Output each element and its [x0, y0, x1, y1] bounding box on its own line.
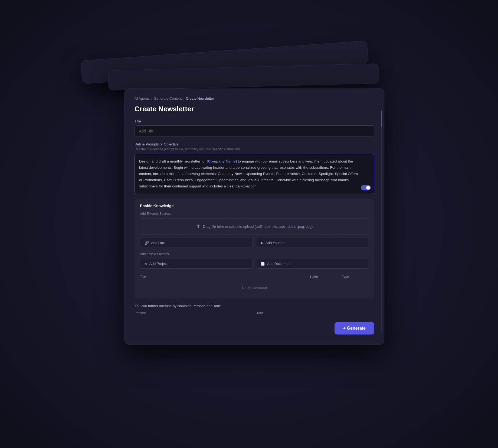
link-icon: 🔗 [145, 241, 149, 245]
page-title: Create Newsletter [135, 105, 374, 113]
table-col-type: Type [342, 275, 369, 278]
table-empty-message: No Media found [140, 281, 369, 294]
persona-tone-row: Persona Tone [135, 311, 374, 317]
breadcrumb-sep-2: / [183, 97, 184, 100]
table-col-status: Status [309, 275, 342, 278]
prompt-sub-label: Use the pre-defined prompt below, to mod… [135, 147, 374, 151]
tone-col-label: Tone [257, 311, 374, 315]
add-youtube-button[interactable]: ▶ Add Youtube [256, 238, 369, 248]
breadcrumb-item-current: Create Newsletter [186, 96, 214, 100]
prompt-text-prefix: Design and draft a monthly newsletter fo… [139, 159, 207, 163]
add-project-button[interactable]: ◈ Add Project [140, 259, 253, 269]
kroolo-source-buttons: ◈ Add Project 📄 Add Document [140, 259, 369, 269]
document-icon: 📄 [261, 262, 265, 266]
add-link-button[interactable]: 🔗 Add Link [140, 238, 253, 248]
table-col-title: Title [140, 275, 309, 278]
add-kroolo-label: Add Kroolo Sources [140, 252, 369, 256]
prompt-company-name: [Company Name] [207, 159, 237, 163]
title-input[interactable] [135, 125, 374, 137]
generate-button[interactable]: + Generate [335, 322, 374, 335]
prompt-display[interactable]: Design and draft a monthly newsletter fo… [135, 154, 374, 194]
prompt-section-label: Define Prompts or Objective [135, 142, 374, 146]
scroll-track [381, 111, 382, 333]
title-field-label: Title [135, 119, 374, 123]
external-source-buttons: 🔗 Add Link ▶ Add Youtube [140, 238, 369, 248]
prompt-text-suffix: to engage with our email subscribers and… [139, 159, 358, 188]
breadcrumb-item-agents[interactable]: AI Agents [135, 96, 150, 100]
finetune-label: You can further finetune by choosing Per… [135, 304, 374, 308]
add-youtube-label: Add Youtube [266, 241, 286, 245]
project-icon: ◈ [145, 262, 147, 266]
prompt-toggle[interactable] [361, 185, 371, 190]
main-card: AI Agents / Generate Content / Create Ne… [124, 89, 384, 345]
enable-knowledge-title: Enable Knowledge [140, 204, 369, 208]
persona-column: Persona [135, 311, 252, 317]
upload-area[interactable]: ⬆ Drag file here or select to upload (.p… [140, 218, 369, 235]
tone-column: Tone [257, 311, 374, 317]
add-document-label: Add Document [267, 262, 290, 266]
add-document-button[interactable]: 📄 Add Document [256, 259, 369, 269]
upload-text: Drag file here or select to upload (.pdf… [203, 225, 313, 229]
add-project-label: Add Project [149, 262, 168, 266]
breadcrumb: AI Agents / Generate Content / Create Ne… [135, 96, 374, 100]
add-link-label: Add Link [151, 241, 165, 245]
table-header: Title Status Type [140, 273, 369, 280]
enable-knowledge-section: Enable Knowledge Add External Sources ⬆ … [135, 199, 374, 298]
upload-icon: ⬆ [196, 223, 200, 229]
breadcrumb-sep-1: / [151, 97, 152, 100]
breadcrumb-item-generate[interactable]: Generate Content [154, 96, 182, 100]
add-external-label: Add External Sources [140, 212, 369, 216]
scroll-thumb[interactable] [381, 111, 382, 127]
generate-btn-wrapper: + Generate [135, 322, 374, 335]
persona-col-label: Persona [135, 311, 252, 315]
youtube-icon: ▶ [261, 241, 263, 245]
media-table: Title Status Type No Media found [140, 273, 369, 294]
